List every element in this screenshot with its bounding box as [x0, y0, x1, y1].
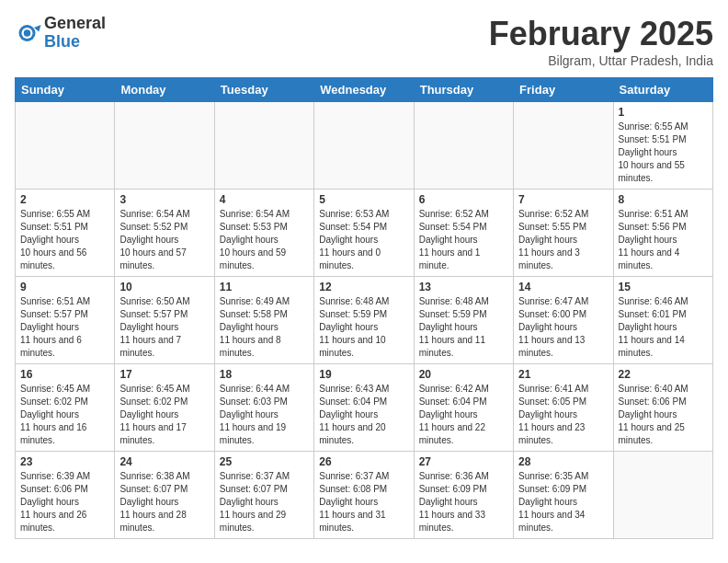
day-number: 14	[518, 281, 608, 293]
day-info: Sunrise: 6:46 AMSunset: 6:01 PMDaylight …	[619, 295, 708, 360]
calendar-cell: 25Sunrise: 6:37 AMSunset: 6:07 PMDayligh…	[214, 452, 313, 539]
day-number: 24	[119, 455, 209, 468]
day-info: Sunrise: 6:45 AMSunset: 6:02 PMDaylight …	[119, 383, 209, 447]
day-info: Sunrise: 6:50 AMSunset: 5:57 PMDaylight …	[119, 295, 209, 360]
day-number: 23	[20, 455, 109, 468]
calendar-week-row: 9Sunrise: 6:51 AMSunset: 5:57 PMDaylight…	[16, 277, 713, 364]
day-info: Sunrise: 6:36 AMSunset: 6:09 PMDaylight …	[419, 470, 508, 534]
day-info: Sunrise: 6:43 AMSunset: 6:04 PMDaylight …	[319, 383, 408, 447]
day-number: 13	[419, 281, 508, 293]
svg-marker-3	[34, 25, 41, 32]
day-number: 12	[319, 281, 408, 293]
day-number: 11	[220, 281, 309, 293]
calendar-cell: 3Sunrise: 6:54 AMSunset: 5:52 PMDaylight…	[115, 190, 214, 277]
calendar-cell: 7Sunrise: 6:52 AMSunset: 5:55 PMDaylight…	[514, 190, 613, 277]
day-info: Sunrise: 6:55 AMSunset: 5:51 PMDaylight …	[20, 208, 109, 272]
calendar-cell: 27Sunrise: 6:36 AMSunset: 6:09 PMDayligh…	[414, 452, 513, 539]
day-info: Sunrise: 6:37 AMSunset: 6:08 PMDaylight …	[319, 470, 408, 534]
calendar-cell: 21Sunrise: 6:41 AMSunset: 6:05 PMDayligh…	[514, 364, 613, 452]
day-number: 27	[419, 455, 508, 468]
day-info: Sunrise: 6:52 AMSunset: 5:55 PMDaylight …	[518, 208, 608, 272]
day-number: 26	[319, 455, 408, 468]
calendar-cell: 13Sunrise: 6:48 AMSunset: 5:59 PMDayligh…	[414, 277, 513, 364]
calendar-cell	[115, 102, 214, 190]
calendar-cell: 2Sunrise: 6:55 AMSunset: 5:51 PMDaylight…	[16, 190, 115, 277]
calendar-week-row: 1Sunrise: 6:55 AMSunset: 5:51 PMDaylight…	[16, 102, 713, 190]
calendar-cell: 12Sunrise: 6:48 AMSunset: 5:59 PMDayligh…	[314, 277, 414, 364]
calendar-cell	[214, 102, 313, 190]
day-info: Sunrise: 6:54 AMSunset: 5:53 PMDaylight …	[220, 208, 309, 272]
day-number: 6	[419, 193, 508, 206]
calendar-header-row: SundayMondayTuesdayWednesdayThursdayFrid…	[16, 78, 713, 102]
calendar-cell: 20Sunrise: 6:42 AMSunset: 6:04 PMDayligh…	[414, 364, 513, 452]
day-header-tuesday: Tuesday	[214, 78, 313, 102]
calendar-cell: 8Sunrise: 6:51 AMSunset: 5:56 PMDaylight…	[613, 190, 712, 277]
day-info: Sunrise: 6:52 AMSunset: 5:54 PMDaylight …	[419, 208, 508, 272]
day-number: 9	[20, 281, 109, 293]
calendar-cell: 5Sunrise: 6:53 AMSunset: 5:54 PMDaylight…	[314, 190, 414, 277]
calendar-cell	[314, 102, 414, 190]
day-number: 19	[319, 368, 408, 381]
calendar-cell: 1Sunrise: 6:55 AMSunset: 5:51 PMDaylight…	[613, 102, 712, 190]
calendar-cell	[16, 102, 115, 190]
calendar-cell: 6Sunrise: 6:52 AMSunset: 5:54 PMDaylight…	[414, 190, 513, 277]
day-number: 3	[119, 193, 209, 206]
day-info: Sunrise: 6:42 AMSunset: 6:04 PMDaylight …	[419, 383, 508, 447]
day-number: 16	[20, 368, 109, 381]
day-info: Sunrise: 6:55 AMSunset: 5:51 PMDaylight …	[619, 121, 708, 185]
calendar-week-row: 23Sunrise: 6:39 AMSunset: 6:06 PMDayligh…	[16, 452, 713, 539]
calendar-cell: 17Sunrise: 6:45 AMSunset: 6:02 PMDayligh…	[115, 364, 214, 452]
day-number: 20	[419, 368, 508, 381]
day-number: 22	[619, 368, 708, 381]
day-number: 28	[518, 455, 608, 468]
day-info: Sunrise: 6:47 AMSunset: 6:00 PMDaylight …	[518, 295, 608, 360]
calendar-cell: 28Sunrise: 6:35 AMSunset: 6:09 PMDayligh…	[514, 452, 613, 539]
month-title: February 2025	[489, 15, 713, 53]
day-info: Sunrise: 6:53 AMSunset: 5:54 PMDaylight …	[319, 208, 408, 272]
title-area: February 2025 Bilgram, Uttar Pradesh, In…	[489, 15, 713, 68]
calendar-week-row: 2Sunrise: 6:55 AMSunset: 5:51 PMDaylight…	[16, 190, 713, 277]
day-number: 5	[319, 193, 408, 206]
day-info: Sunrise: 6:51 AMSunset: 5:56 PMDaylight …	[619, 208, 708, 272]
logo-icon	[15, 19, 42, 47]
day-info: Sunrise: 6:40 AMSunset: 6:06 PMDaylight …	[619, 383, 708, 447]
calendar-week-row: 16Sunrise: 6:45 AMSunset: 6:02 PMDayligh…	[16, 364, 713, 452]
logo: General Blue	[15, 15, 106, 52]
svg-point-2	[24, 29, 31, 37]
calendar-cell: 26Sunrise: 6:37 AMSunset: 6:08 PMDayligh…	[314, 452, 414, 539]
calendar-cell: 16Sunrise: 6:45 AMSunset: 6:02 PMDayligh…	[16, 364, 115, 452]
calendar-cell: 9Sunrise: 6:51 AMSunset: 5:57 PMDaylight…	[16, 277, 115, 364]
day-header-saturday: Saturday	[613, 78, 712, 102]
calendar-cell: 22Sunrise: 6:40 AMSunset: 6:06 PMDayligh…	[613, 364, 712, 452]
day-info: Sunrise: 6:39 AMSunset: 6:06 PMDaylight …	[20, 470, 109, 534]
day-info: Sunrise: 6:37 AMSunset: 6:07 PMDaylight …	[220, 470, 309, 534]
day-number: 10	[119, 281, 209, 293]
calendar-cell: 18Sunrise: 6:44 AMSunset: 6:03 PMDayligh…	[214, 364, 313, 452]
day-info: Sunrise: 6:45 AMSunset: 6:02 PMDaylight …	[20, 383, 109, 447]
calendar-cell	[414, 102, 513, 190]
day-info: Sunrise: 6:48 AMSunset: 5:59 PMDaylight …	[419, 295, 508, 360]
day-number: 18	[220, 368, 309, 381]
day-number: 4	[220, 193, 309, 206]
page-header: General Blue February 2025 Bilgram, Utta…	[15, 15, 713, 68]
day-number: 15	[619, 281, 708, 293]
calendar-cell	[514, 102, 613, 190]
calendar-cell: 19Sunrise: 6:43 AMSunset: 6:04 PMDayligh…	[314, 364, 414, 452]
day-header-monday: Monday	[115, 78, 214, 102]
day-info: Sunrise: 6:51 AMSunset: 5:57 PMDaylight …	[20, 295, 109, 360]
day-info: Sunrise: 6:38 AMSunset: 6:07 PMDaylight …	[119, 470, 209, 534]
day-number: 2	[20, 193, 109, 206]
day-header-sunday: Sunday	[16, 78, 115, 102]
day-header-friday: Friday	[514, 78, 613, 102]
calendar-cell: 23Sunrise: 6:39 AMSunset: 6:06 PMDayligh…	[16, 452, 115, 539]
location-text: Bilgram, Uttar Pradesh, India	[489, 53, 713, 68]
day-header-wednesday: Wednesday	[314, 78, 414, 102]
day-info: Sunrise: 6:49 AMSunset: 5:58 PMDaylight …	[220, 295, 309, 360]
day-number: 21	[518, 368, 608, 381]
calendar-cell: 14Sunrise: 6:47 AMSunset: 6:00 PMDayligh…	[514, 277, 613, 364]
day-info: Sunrise: 6:54 AMSunset: 5:52 PMDaylight …	[119, 208, 209, 272]
calendar-cell: 4Sunrise: 6:54 AMSunset: 5:53 PMDaylight…	[214, 190, 313, 277]
calendar-cell: 10Sunrise: 6:50 AMSunset: 5:57 PMDayligh…	[115, 277, 214, 364]
day-number: 7	[518, 193, 608, 206]
day-info: Sunrise: 6:35 AMSunset: 6:09 PMDaylight …	[518, 470, 608, 534]
